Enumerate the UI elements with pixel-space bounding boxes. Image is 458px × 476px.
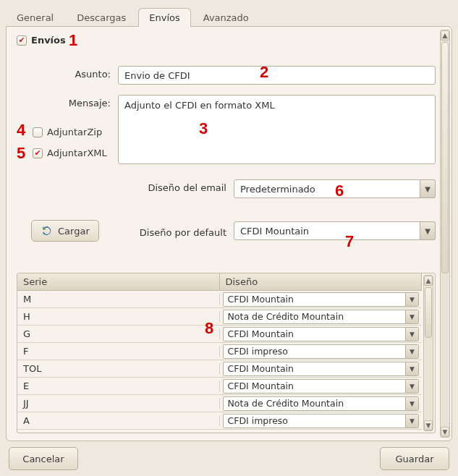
adjuntar-zip-label: AdjuntarZip [47, 127, 102, 137]
cargar-button[interactable]: Cargar [31, 220, 99, 242]
diseno-email-label: Diseño del email [17, 179, 234, 193]
diseno-row-value: Nota de Crédito Mountain [228, 398, 344, 409]
diseno-row-select[interactable]: CFDI impreso▼ [223, 414, 420, 428]
refresh-icon [41, 224, 54, 237]
cancel-button[interactable]: Cancelar [9, 447, 78, 470]
chevron-down-icon[interactable]: ▼ [405, 397, 418, 410]
table-row: FCFDI impreso▼ [17, 343, 422, 360]
table-inner: Serie Diseño MCFDI Mountain▼HNota de Cré… [17, 273, 422, 433]
diseno-row-select[interactable]: CFDI Mountain▼ [223, 327, 420, 341]
table-row: ACFDI impreso▼ [17, 412, 422, 430]
serie-cell[interactable]: E [17, 381, 220, 391]
checkbox-icon [33, 148, 43, 158]
tab-avanzado[interactable]: Avanzado [192, 8, 260, 27]
diseno-row-value: CFDI Mountain [228, 363, 294, 374]
chevron-down-icon[interactable]: ▼ [405, 380, 418, 393]
checkbox-icon [17, 35, 27, 46]
diseno-cell: CFDI Mountain▼ [220, 362, 423, 376]
serie-cell[interactable]: G [17, 328, 220, 339]
chevron-down-icon[interactable]: ▼ [420, 221, 436, 240]
diseno-default-select[interactable]: CFDI Mountain ▼ [234, 221, 436, 240]
panel-scrollbar[interactable]: ▲ ▼ [440, 30, 450, 438]
chevron-down-icon[interactable]: ▼ [420, 179, 436, 198]
diseno-row-select[interactable]: Nota de Crédito Mountain▼ [223, 310, 420, 324]
table-scrollbar[interactable]: ▲ ▼ [423, 275, 433, 431]
diseno-cell: CFDI impreso▼ [220, 344, 423, 359]
diseno-cell: CFDI Mountain▼ [220, 379, 423, 394]
diseno-row-value: Nota de Crédito Mountain [228, 311, 344, 322]
dialog-footer: Cancelar Guardar [6, 441, 452, 472]
scroll-down-icon[interactable]: ▼ [441, 427, 449, 437]
mensaje-label: Mensaje: [17, 95, 118, 109]
tab-descargas[interactable]: Descargas [66, 8, 137, 27]
table-row: MCFDI Mountain▼ [17, 291, 422, 308]
diseno-row-select[interactable]: CFDI Mountain▼ [223, 379, 420, 394]
scroll-thumb[interactable] [441, 42, 449, 273]
tab-bar: General Descargas Envíos Avanzado [6, 6, 452, 26]
scroll-up-icon[interactable]: ▲ [424, 276, 433, 286]
save-button[interactable]: Guardar [380, 447, 449, 470]
asunto-input[interactable] [118, 66, 436, 85]
diseno-cell: CFDI Mountain▼ [220, 327, 423, 341]
scroll-down-icon[interactable]: ▼ [424, 420, 433, 430]
chevron-down-icon[interactable]: ▼ [405, 415, 418, 428]
serie-cell[interactable]: JJ [17, 398, 220, 409]
chevron-down-icon[interactable]: ▼ [405, 328, 418, 341]
chevron-down-icon[interactable]: ▼ [405, 310, 418, 323]
envios-section-label: Envíos [31, 35, 66, 46]
panel-content: Envíos Asunto: Mensaje: Adjunt [17, 34, 436, 433]
envios-section-checkbox[interactable]: Envíos [17, 35, 66, 46]
cargar-label: Cargar [58, 226, 90, 237]
asunto-label: Asunto: [17, 66, 118, 80]
serie-cell[interactable]: M [17, 294, 220, 305]
settings-window: General Descargas Envíos Avanzado ▲ ▼ En… [0, 0, 458, 476]
diseno-email-value: Predeterminado [234, 179, 436, 198]
table-row: GCFDI Mountain▼ [17, 326, 422, 343]
checkbox-icon [33, 127, 43, 137]
adjuntar-zip-checkbox[interactable]: AdjuntarZip [17, 127, 118, 137]
diseno-default-label: Diseño por default [118, 224, 234, 238]
annotation-1: 1 [69, 31, 77, 50]
tab-panel-envios: ▲ ▼ Envíos Asunto: Mensaje: [6, 26, 452, 441]
diseno-row-value: CFDI Mountain [228, 328, 294, 339]
tab-general[interactable]: General [6, 8, 64, 27]
scroll-up-icon[interactable]: ▲ [441, 30, 449, 41]
chevron-down-icon[interactable]: ▼ [405, 345, 418, 358]
diseno-row-value: CFDI impreso [228, 346, 289, 357]
table-row: ECFDI Mountain▼ [17, 378, 422, 395]
scroll-thumb[interactable] [425, 287, 432, 338]
tab-envios[interactable]: Envíos [138, 8, 191, 27]
diseno-row-value: CFDI impreso [228, 415, 289, 426]
table-row: TOLCFDI Mountain▼ [17, 360, 422, 378]
chevron-down-icon[interactable]: ▼ [405, 293, 418, 306]
serie-cell[interactable]: F [17, 346, 220, 357]
serie-cell[interactable]: H [17, 311, 220, 322]
diseno-row-value: CFDI Mountain [228, 381, 294, 391]
attachments-area: AdjuntarZip AdjuntarXML [17, 127, 118, 169]
adjuntar-xml-label: AdjuntarXML [47, 148, 107, 158]
diseno-cell: CFDI Mountain▼ [220, 292, 423, 307]
diseno-row-select[interactable]: Nota de Crédito Mountain▼ [223, 396, 420, 411]
table-row: HNota de Crédito Mountain▼ [17, 308, 422, 326]
diseno-email-select[interactable]: Predeterminado ▼ [234, 179, 436, 198]
diseno-row-value: CFDI Mountain [228, 294, 294, 305]
adjuntar-xml-checkbox[interactable]: AdjuntarXML [17, 148, 118, 158]
table-header: Serie Diseño [17, 273, 422, 291]
diseno-cell: Nota de Crédito Mountain▼ [220, 310, 423, 324]
mensaje-textarea[interactable] [118, 95, 436, 164]
diseno-row-select[interactable]: CFDI Mountain▼ [223, 292, 420, 307]
diseno-default-value: CFDI Mountain [234, 221, 436, 240]
table-body: MCFDI Mountain▼HNota de Crédito Mountain… [17, 291, 422, 430]
diseno-cell: Nota de Crédito Mountain▼ [220, 396, 423, 411]
col-serie-header[interactable]: Serie [17, 273, 220, 290]
chevron-down-icon[interactable]: ▼ [405, 362, 418, 375]
col-diseno-header[interactable]: Diseño [220, 273, 423, 290]
serie-cell[interactable]: TOL [17, 363, 220, 374]
table-row: JJNota de Crédito Mountain▼ [17, 395, 422, 412]
diseno-row-select[interactable]: CFDI impreso▼ [223, 344, 420, 359]
diseno-cell: CFDI impreso▼ [220, 414, 423, 428]
serie-cell[interactable]: A [17, 415, 220, 426]
diseno-row-select[interactable]: CFDI Mountain▼ [223, 362, 420, 376]
serie-diseno-table: Serie Diseño MCFDI Mountain▼HNota de Cré… [17, 273, 436, 433]
